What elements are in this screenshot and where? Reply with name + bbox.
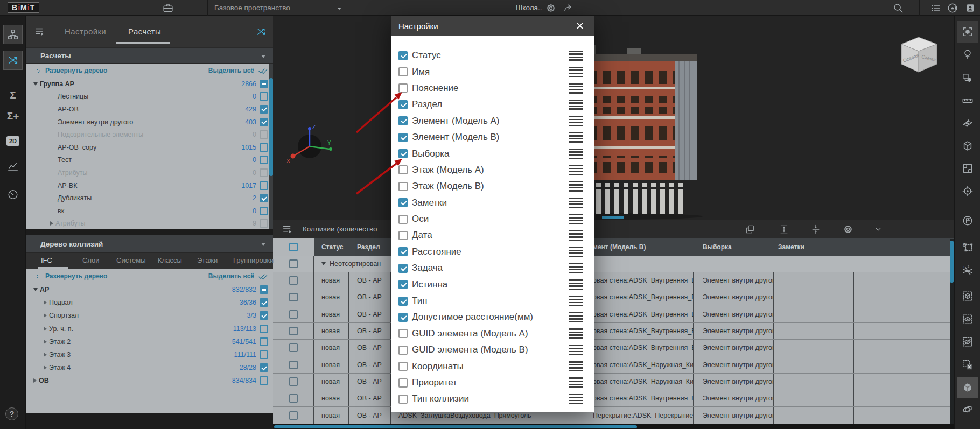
collision-row[interactable]: новаяОВ - АРADSK_ЗаглушкаВоздуховода_Пря… (273, 407, 954, 424)
tree-checkbox[interactable] (260, 207, 268, 215)
drag-handle-icon[interactable] (569, 359, 583, 374)
column-checkbox[interactable] (398, 149, 408, 158)
drag-handle-icon[interactable] (569, 261, 583, 276)
rail-environment-tree[interactable] (957, 44, 978, 65)
rail-section-plane[interactable] (957, 112, 978, 134)
tree-checkbox[interactable] (260, 363, 268, 372)
collision-row[interactable]: новаяОВ - АРовая стена:ADSK_Внутренняя_Б… (273, 390, 954, 407)
drag-handle-icon[interactable] (569, 163, 583, 177)
rail-sum-tool[interactable]: Σ (3, 86, 23, 105)
rail-grids-axes[interactable]: 12 (957, 260, 978, 282)
rail-sum-plus-tool[interactable]: Σ+ (3, 107, 23, 126)
collision-row[interactable]: новаяОВ - АРовая стена:ADSK_Наружная_Кир… (273, 374, 954, 390)
caret-right-icon[interactable] (44, 313, 47, 318)
tree-item[interactable]: Атрибуты9 (26, 217, 273, 229)
column-checkbox[interactable] (398, 116, 408, 125)
rail-shaded-mode[interactable] (957, 377, 978, 398)
column-checkbox[interactable] (398, 313, 408, 322)
tab-системы[interactable]: Системы (116, 253, 145, 269)
axis-gizmo[interactable]: X Y Z (285, 122, 334, 171)
modal-column-row[interactable]: Приоритет (391, 375, 594, 391)
rail-zoom-selected[interactable] (957, 21, 978, 43)
table-settings-gear-icon[interactable] (842, 223, 855, 236)
drag-handle-icon[interactable] (569, 392, 583, 406)
panel-menu-icon[interactable] (281, 223, 294, 236)
modal-column-row[interactable]: Заметки (391, 195, 594, 211)
rail-section-box[interactable] (957, 135, 978, 157)
tree-checkbox[interactable] (260, 194, 268, 202)
horizontal-scrollbar[interactable] (273, 424, 954, 429)
tree-checkbox[interactable] (260, 325, 268, 333)
tree-item[interactable]: Лестницы0 (26, 90, 273, 103)
column-checkbox[interactable] (398, 100, 408, 109)
tree-checkbox[interactable] (260, 130, 268, 139)
scrollbar-thumb[interactable] (269, 78, 273, 176)
column-checkbox[interactable] (398, 231, 408, 240)
column-checkbox[interactable] (398, 329, 408, 338)
column-checkbox[interactable] (398, 67, 408, 76)
tree-checkbox[interactable] (260, 376, 268, 385)
close-icon[interactable] (573, 19, 586, 32)
caret-right-icon[interactable] (44, 300, 47, 305)
modal-column-row[interactable]: Выборка (391, 145, 594, 161)
modal-column-row[interactable]: Дата (391, 227, 594, 243)
panel-menu-icon[interactable] (33, 25, 46, 38)
collision-row[interactable]: новаяОВ - АРовая стена:ADSK_Внутренняя_Б… (273, 272, 954, 289)
rail-clear-selection[interactable] (957, 354, 978, 376)
modal-column-row[interactable]: Имя (391, 64, 594, 80)
notifications-icon[interactable] (946, 2, 959, 15)
briefcase-icon[interactable] (162, 2, 174, 15)
modal-column-row[interactable]: GUID элемента (Модель A) (391, 326, 594, 342)
tree-checkbox[interactable] (260, 80, 268, 88)
tree-checkbox[interactable] (260, 298, 268, 307)
column-checkbox[interactable] (398, 247, 408, 256)
account-avatar[interactable] (964, 2, 977, 15)
modal-column-row[interactable]: Этаж (Модель A) (391, 162, 594, 178)
rail-chart-tool[interactable] (3, 157, 23, 177)
row-checkbox[interactable] (289, 411, 298, 420)
column-checkbox[interactable] (398, 198, 408, 207)
drag-handle-icon[interactable] (569, 310, 583, 325)
tree-checkbox[interactable] (260, 311, 268, 320)
row-checkbox[interactable] (289, 276, 298, 285)
tree-item[interactable]: ОВ834/834 (26, 374, 273, 387)
drag-handle-icon[interactable] (569, 326, 583, 341)
column-header-elem_b[interactable]: мент (Модель B) (584, 238, 694, 256)
tree-item[interactable]: АР832/832 (26, 283, 273, 296)
search-icon[interactable] (892, 2, 905, 15)
tree-checkbox[interactable] (260, 350, 268, 359)
modal-column-row[interactable]: GUID элемента (Модель B) (391, 342, 594, 358)
collision-row[interactable]: новаяОВ - АРовая стена:ADSK_Внутренняя_Б… (273, 289, 954, 306)
drag-handle-icon[interactable] (569, 244, 583, 259)
tree-checkbox[interactable] (260, 337, 268, 346)
column-checkbox[interactable] (398, 215, 408, 224)
tree-checkbox[interactable] (260, 219, 268, 228)
column-checkbox[interactable] (398, 182, 408, 191)
modal-column-row[interactable]: Элемент (Модель B) (391, 129, 594, 145)
caret-right-icon[interactable] (44, 340, 47, 344)
collision-row[interactable]: новаяОВ - АРовая стена:ADSK_Наружная_Кир… (273, 356, 954, 373)
select-all-button[interactable]: Выделить всё (208, 272, 254, 280)
tree-item[interactable]: Группа АР2866 (26, 78, 273, 90)
caret-right-icon[interactable] (44, 365, 47, 370)
section-header[interactable]: Расчеты (26, 47, 273, 64)
column-checkbox[interactable] (398, 378, 408, 388)
modal-column-row[interactable]: Тип (391, 293, 594, 309)
gear-icon[interactable] (544, 2, 557, 15)
rail-show-box[interactable] (957, 285, 978, 307)
column-header-notes[interactable]: Заметки (774, 238, 854, 256)
tree-item[interactable]: АР-ОВ_copy1015 (26, 141, 273, 154)
share-icon[interactable] (562, 2, 575, 15)
tree-checkbox[interactable] (260, 105, 268, 114)
column-checkbox[interactable] (398, 297, 408, 306)
collision-row[interactable]: новаяОВ - АРовая стена:ADSK_Внутренняя_Б… (273, 306, 954, 323)
modal-column-row[interactable]: Расстояние (391, 244, 594, 260)
tab-settings[interactable]: Настройки (65, 16, 106, 47)
drag-handle-icon[interactable] (569, 81, 583, 95)
modal-header[interactable]: Настройки (391, 16, 594, 36)
modal-column-row[interactable]: Допустимое расстояние(мм) (391, 309, 594, 325)
drag-handle-icon[interactable] (569, 48, 583, 63)
collapse-rows-icon[interactable] (809, 223, 822, 236)
rail-measure[interactable] (957, 90, 978, 111)
modal-column-row[interactable]: Истинна (391, 276, 594, 292)
